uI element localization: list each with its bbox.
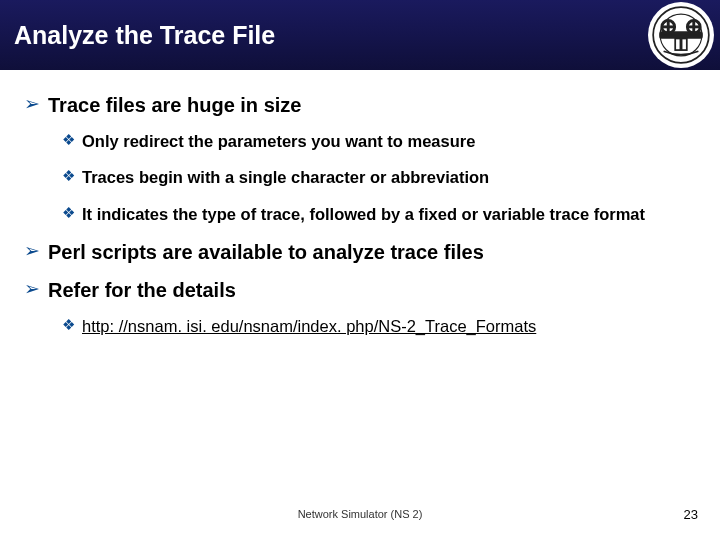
bullet-text: Traces begin with a single character or … — [82, 166, 489, 188]
bullet-level-2: ❖ Only redirect the parameters you want … — [62, 130, 696, 152]
bullet-level-1: ➢ Trace files are huge in size — [24, 92, 696, 118]
bullet-text: Trace files are huge in size — [48, 92, 301, 118]
bullet-text: Only redirect the parameters you want to… — [82, 130, 475, 152]
arrow-bullet-icon: ➢ — [24, 239, 40, 264]
slide-content: ➢ Trace files are huge in size ❖ Only re… — [0, 70, 720, 337]
arrow-bullet-icon: ➢ — [24, 277, 40, 302]
reference-link[interactable]: http: //nsnam. isi. edu/nsnam/index. php… — [82, 315, 536, 337]
institution-logo — [648, 2, 714, 68]
bullet-level-2: ❖ It indicates the type of trace, follow… — [62, 203, 696, 225]
diamond-bullet-icon: ❖ — [62, 166, 75, 186]
slide-title: Analyze the Trace File — [14, 21, 275, 50]
slide-header: Analyze the Trace File — [0, 0, 720, 70]
bullet-text: It indicates the type of trace, followed… — [82, 203, 645, 225]
footer-center: Network Simulator (NS 2) — [0, 508, 720, 520]
bullet-level-1: ➢ Perl scripts are available to analyze … — [24, 239, 696, 265]
diamond-bullet-icon: ❖ — [62, 130, 75, 150]
diamond-bullet-icon: ❖ — [62, 315, 75, 335]
bullet-level-2: ❖ http: //nsnam. isi. edu/nsnam/index. p… — [62, 315, 696, 337]
diamond-bullet-icon: ❖ — [62, 203, 75, 223]
bullet-text: Refer for the details — [48, 277, 236, 303]
logo-icon — [652, 6, 710, 64]
arrow-bullet-icon: ➢ — [24, 92, 40, 117]
bullet-level-1: ➢ Refer for the details — [24, 277, 696, 303]
bullet-text: Perl scripts are available to analyze tr… — [48, 239, 484, 265]
page-number: 23 — [684, 507, 698, 522]
bullet-level-2: ❖ Traces begin with a single character o… — [62, 166, 696, 188]
